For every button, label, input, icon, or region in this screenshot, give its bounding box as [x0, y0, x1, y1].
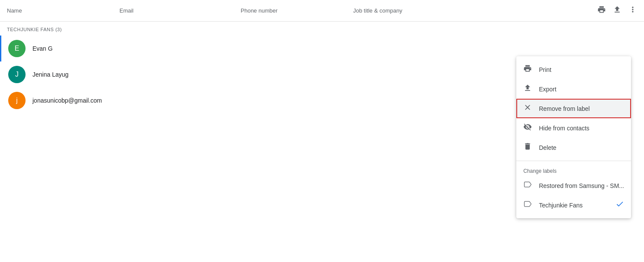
close-icon: [523, 103, 532, 113]
menu-remove-label: Remove from label: [539, 105, 590, 112]
menu-print-label: Print: [539, 66, 551, 73]
export-icon[interactable]: [613, 5, 621, 16]
more-icon[interactable]: [628, 5, 637, 16]
context-menu: Print Export Remove from label Hide from…: [516, 56, 631, 113]
header-email: Email: [119, 7, 241, 14]
avatar: j: [8, 92, 26, 109]
export-icon: [523, 84, 532, 94]
print-icon: [523, 64, 532, 75]
header-actions: [597, 5, 637, 16]
contact-name: jonasunicobp@gmail.com: [32, 97, 119, 104]
contact-name: Jenina Layug: [32, 71, 119, 78]
menu-item-print[interactable]: Print: [516, 60, 631, 79]
menu-item-remove-label[interactable]: Remove from label: [516, 99, 631, 113]
header-name: Name: [7, 7, 119, 14]
header-job: Job title & company: [353, 7, 597, 14]
table-header: Name Email Phone number Job title & comp…: [0, 0, 644, 22]
header-phone: Phone number: [241, 7, 353, 14]
print-icon[interactable]: [597, 5, 606, 16]
contact-name: Evan G: [32, 45, 119, 52]
avatar: E: [8, 40, 26, 57]
menu-item-export[interactable]: Export: [516, 79, 631, 99]
avatar: J: [8, 66, 26, 83]
group-label: TECHJUNKIE FANS (3): [0, 22, 644, 36]
menu-export-label: Export: [539, 86, 556, 93]
